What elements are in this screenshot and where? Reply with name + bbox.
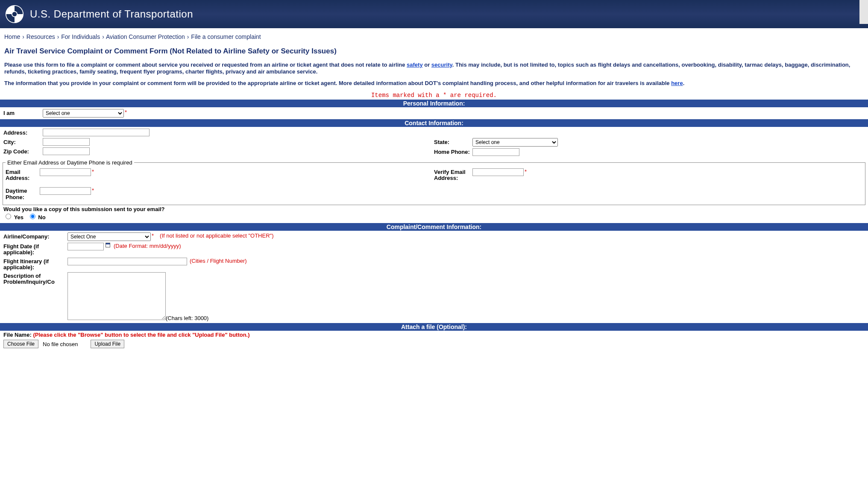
required-note: Items marked with a * are required. (0, 91, 868, 100)
required-marker: * (125, 109, 127, 115)
label-flight-date: Flight Date (if applicable): (3, 243, 67, 256)
upload-file-button[interactable]: Upload File (91, 340, 124, 348)
intro-text-part: . (683, 80, 685, 86)
required-marker: * (92, 168, 94, 175)
dot-logo-icon (5, 5, 24, 24)
copy-yes-radio[interactable] (6, 214, 11, 219)
section-complaint: Complaint/Comment Information: (0, 223, 868, 231)
site-title: U.S. Department of Transportation (30, 8, 193, 20)
required-marker: * (525, 168, 527, 175)
page-title: Air Travel Service Complaint or Comment … (0, 44, 868, 62)
label-home-phone: Home Phone: (434, 148, 472, 155)
svg-point-2 (12, 12, 17, 17)
email-phone-group: Either Email Address or Daytime Phone is… (3, 159, 865, 205)
label-file-name: File Name: (3, 332, 32, 338)
here-link[interactable]: here (671, 80, 683, 86)
label-airline: Airline/Company: (3, 232, 67, 240)
intro-text-part: The information that you provide in your… (4, 80, 671, 86)
label-i-am: I am (3, 109, 43, 116)
itinerary-input[interactable] (67, 258, 187, 265)
security-link[interactable]: security (431, 62, 452, 68)
copy-question-text: Would you like a copy of this submission… (3, 206, 865, 212)
label-itinerary: Flight Itinerary (if applicable): (3, 258, 67, 271)
address-input[interactable] (43, 129, 150, 136)
breadcrumb-link[interactable]: Resources (26, 33, 55, 40)
breadcrumb: Home › Resources › For Individuals › Avi… (0, 28, 868, 44)
label-description: Description of Problem/Inquiry/Co (3, 272, 67, 285)
header-scroll-placeholder (859, 0, 868, 24)
label-daytime-phone: Daytime Phone: (6, 187, 40, 200)
file-hint: (Please click the "Browse" button to sel… (33, 332, 249, 338)
label-zip: Zip Code: (3, 147, 43, 155)
safety-link[interactable]: safety (407, 62, 423, 68)
required-marker: * (152, 232, 154, 239)
daytime-phone-input[interactable] (40, 187, 91, 195)
state-select[interactable]: Select one (472, 138, 558, 147)
choose-file-button[interactable]: Choose File (3, 340, 38, 348)
section-attach: Attach a file (Optional): (0, 323, 868, 331)
site-header: U.S. Department of Transportation (0, 0, 868, 28)
intro-text-part: or (423, 62, 431, 68)
description-textarea[interactable] (67, 272, 166, 320)
copy-yes-label: Yes (14, 214, 23, 220)
copy-question: Would you like a copy of this submission… (0, 206, 868, 223)
email-input[interactable] (40, 168, 91, 176)
breadcrumb-link[interactable]: Aviation Consumer Protection (106, 33, 185, 40)
flight-date-input[interactable] (67, 243, 104, 250)
zip-input[interactable] (43, 147, 90, 155)
copy-no-label: No (38, 214, 45, 220)
home-phone-input[interactable] (472, 148, 519, 156)
label-state: State: (434, 138, 472, 145)
intro-text-part: Please use this form to file a complaint… (4, 62, 407, 68)
calendar-icon[interactable] (106, 243, 110, 247)
breadcrumb-link[interactable]: Home (4, 33, 20, 40)
breadcrumb-link[interactable]: For Individuals (61, 33, 100, 40)
section-contact: Contact Information: (0, 119, 868, 127)
city-input[interactable] (43, 138, 90, 146)
label-verify-email: Verify Email Address: (434, 168, 472, 182)
breadcrumb-link[interactable]: File a consumer complaint (191, 33, 261, 40)
no-file-chosen-text: No file chosen (43, 341, 78, 347)
copy-no-radio[interactable] (30, 214, 35, 219)
i-am-select[interactable]: Select one (43, 109, 124, 118)
verify-email-input[interactable] (472, 168, 524, 176)
label-address: Address: (3, 129, 43, 136)
date-hint: (Date Format: mm/dd/yyyy) (114, 243, 181, 249)
required-marker: * (92, 187, 94, 194)
label-city: City: (3, 138, 43, 145)
airline-hint: (If not listed or not applicable select … (160, 232, 273, 239)
label-email: Email Address: (6, 168, 40, 182)
legend-email-phone: Either Email Address or Daytime Phone is… (6, 159, 134, 166)
airline-select[interactable]: Select One (67, 232, 151, 241)
itinerary-hint: (Cities / Flight Number) (190, 258, 247, 264)
chars-left: (Chars left: 3000) (166, 315, 208, 321)
section-personal: Personal Information: (0, 100, 868, 107)
intro-text: Please use this form to file a complaint… (0, 62, 868, 87)
